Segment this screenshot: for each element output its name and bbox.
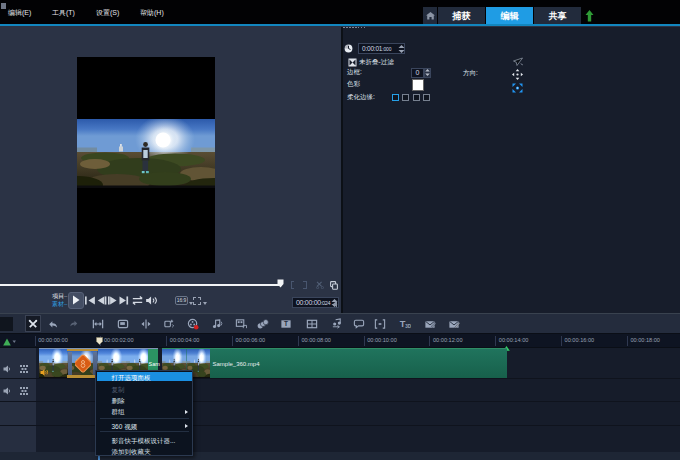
svg-text:T: T: [284, 320, 288, 327]
svg-text:3D: 3D: [405, 324, 411, 329]
